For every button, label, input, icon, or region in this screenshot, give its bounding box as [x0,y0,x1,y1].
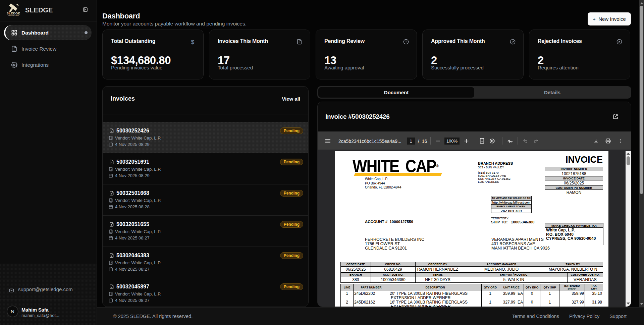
svg-text:THE BUILDERS AI OFFICE: THE BUILDERS AI OFFICE [8,15,19,16]
svg-text:SLEDGE: SLEDGE [7,11,20,15]
